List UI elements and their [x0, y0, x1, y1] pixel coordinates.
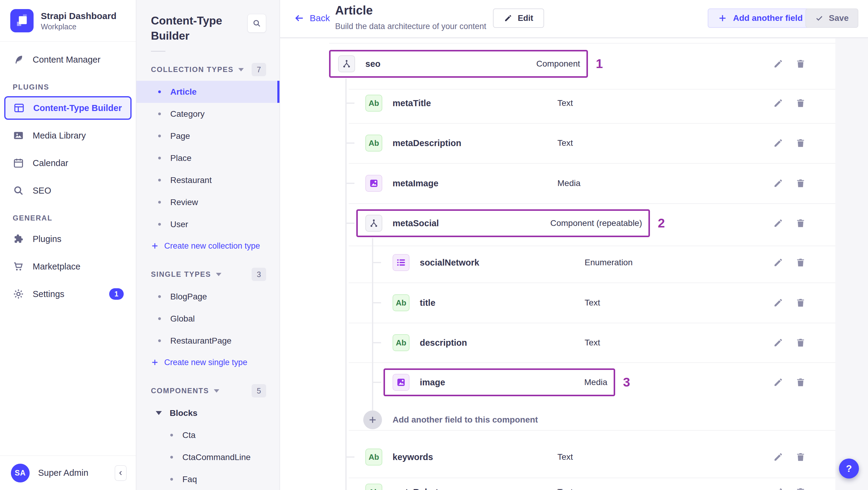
subnav-item-restaurant[interactable]: Restaurant [136, 169, 279, 191]
sidebar-item-seo[interactable]: SEO [0, 179, 136, 202]
bullet-icon [158, 201, 161, 204]
create-link-label: Create new collection type [164, 241, 260, 251]
field-type: Text [557, 137, 573, 149]
group-label: Blocks [170, 408, 197, 418]
subnav-section-header[interactable]: COMPONENTS5 [151, 385, 266, 397]
edit-field-button[interactable] [773, 257, 783, 268]
annotation-number: 2 [658, 215, 665, 232]
edit-field-button[interactable] [773, 178, 783, 188]
sidebar-item-marketplace[interactable]: Marketplace [0, 255, 136, 278]
edit-field-button[interactable] [773, 377, 783, 388]
sidebar-item-calendar[interactable]: Calendar [0, 151, 136, 175]
sidebar-item-content-manager[interactable]: Content Manager [0, 48, 136, 71]
sidebar-section-label: GENERAL [0, 214, 136, 222]
delete-field-button[interactable] [796, 452, 806, 462]
collapse-sidebar-button[interactable] [115, 465, 127, 481]
row-divider [349, 282, 835, 283]
layout-icon [13, 102, 25, 114]
delete-field-button[interactable] [796, 138, 806, 148]
subnav-item-label: Place [170, 153, 191, 163]
edit-field-button[interactable] [773, 298, 783, 308]
subnav-item-review[interactable]: Review [136, 191, 279, 213]
delete-field-button[interactable] [796, 338, 806, 348]
delete-field-button[interactable] [796, 218, 806, 228]
chevron-down-icon [214, 389, 219, 393]
subnav-item-label: Faq [182, 474, 197, 484]
edit-field-button[interactable] [773, 338, 783, 348]
subnav-item-restaurantpage[interactable]: RestaurantPage [136, 330, 279, 352]
edit-field-button[interactable] [773, 59, 783, 69]
back-link[interactable]: Back [294, 13, 330, 24]
row-divider [349, 123, 835, 124]
component-group-blocks[interactable]: Blocks [136, 402, 279, 424]
subnav-section-header[interactable]: SINGLE TYPES3 [151, 268, 266, 281]
calendar-icon [13, 157, 24, 169]
media-field-icon [365, 175, 382, 192]
puzzle-icon [13, 233, 24, 245]
subnav-item-label: Page [170, 131, 190, 141]
edit-field-button[interactable] [773, 98, 783, 108]
subnav-item-faq[interactable]: Faq [136, 468, 279, 490]
subnav-item-article[interactable]: Article [136, 81, 279, 103]
subnav-item-cta[interactable]: Cta [136, 424, 279, 446]
add-field-to-component-button[interactable] [363, 410, 382, 429]
create-new-link[interactable]: Create new collection type [136, 235, 279, 256]
help-button[interactable]: ? [839, 459, 859, 479]
subnav-item-label: RestaurantPage [170, 336, 231, 346]
edit-field-button[interactable] [773, 452, 783, 462]
notification-badge: 1 [109, 288, 124, 300]
text-field-icon: Ab [365, 95, 382, 112]
subnav-item-label: Article [170, 87, 196, 97]
search-icon [13, 185, 24, 196]
save-button[interactable]: Save [805, 8, 858, 28]
field-type: Text [585, 337, 600, 348]
subnav-item-label: Review [170, 197, 198, 207]
delete-field-button[interactable] [796, 59, 806, 69]
subnav-item-category[interactable]: Category [136, 103, 279, 125]
field-name: description [420, 337, 467, 348]
search-button[interactable] [247, 14, 266, 33]
row-divider [349, 89, 835, 90]
create-new-link[interactable]: Create new single type [136, 352, 279, 373]
edit-field-button[interactable] [773, 487, 783, 490]
edit-field-button[interactable] [773, 138, 783, 148]
sidebar-item-media-library[interactable]: Media Library [0, 124, 136, 147]
plus-icon [151, 359, 159, 366]
subnav-item-ctacommandline[interactable]: CtaCommandLine [136, 446, 279, 468]
subnav-item-label: Global [170, 314, 195, 324]
subnav-item-place[interactable]: Place [136, 147, 279, 169]
subnav-section-header[interactable]: COLLECTION TYPES7 [151, 63, 266, 76]
delete-field-button[interactable] [796, 257, 806, 268]
delete-field-button[interactable] [796, 178, 806, 188]
bullet-icon [170, 478, 173, 481]
delete-field-button[interactable] [796, 377, 806, 388]
text-field-icon: Ab [365, 449, 382, 465]
delete-field-button[interactable] [796, 98, 806, 108]
sidebar-item-plugins[interactable]: Plugins [0, 227, 136, 251]
subnav-item-user[interactable]: User [136, 213, 279, 235]
edit-button[interactable]: Edit [493, 8, 544, 28]
chevron-down-icon [238, 68, 244, 71]
sidebar-item-label: Media Library [33, 131, 86, 141]
add-field-to-component-label: Add another field to this component [393, 415, 538, 425]
annotation-number: 1 [596, 55, 603, 72]
field-type: Text [557, 487, 573, 490]
add-another-field-button[interactable]: Add another field [708, 8, 813, 28]
subnav-sections: COLLECTION TYPES7ArticleCategoryPagePlac… [136, 63, 279, 490]
row-divider [349, 362, 835, 363]
subnav-item-page[interactable]: Page [136, 125, 279, 147]
edit-field-button[interactable] [773, 218, 783, 228]
bullet-icon [158, 134, 161, 137]
caret-down-icon [156, 411, 162, 415]
field-name: keywords [393, 452, 433, 462]
section-count-badge: 7 [252, 63, 266, 76]
subnav-item-global[interactable]: Global [136, 308, 279, 330]
component-field-icon [365, 215, 382, 232]
subnav-item-blogpage[interactable]: BlogPage [136, 285, 279, 308]
avatar[interactable]: SA [11, 464, 30, 483]
sidebar-item-settings[interactable]: Settings1 [0, 282, 136, 306]
sidebar-item-content-type-builder[interactable]: Content-Type Builder [4, 96, 131, 120]
page-subtitle: Build the data architecture of your cont… [335, 22, 486, 31]
delete-field-button[interactable] [796, 298, 806, 308]
delete-field-button[interactable] [796, 487, 806, 490]
